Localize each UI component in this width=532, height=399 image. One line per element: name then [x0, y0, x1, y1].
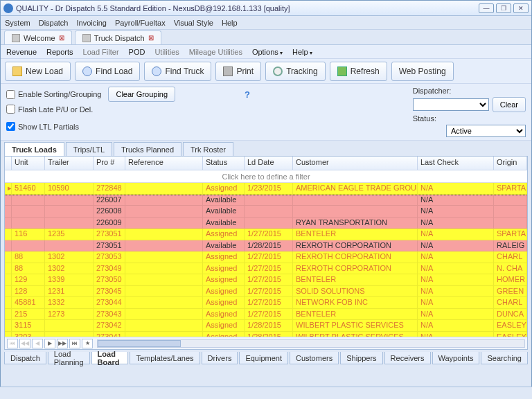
col-unit[interactable]: Unit [12, 157, 45, 170]
nav-last[interactable]: ⏭ [69, 339, 80, 348]
col-pro[interactable]: Pro # [94, 157, 125, 170]
table-row[interactable]: 881302273049Assigned1/27/2015REXROTH COR… [5, 263, 527, 275]
refresh-icon [337, 66, 347, 76]
bottom-tab-customers[interactable]: Customers [290, 352, 339, 364]
tracking-icon [273, 66, 283, 76]
grid-tab-trucks-planned[interactable]: Trucks Planned [114, 142, 181, 156]
nav-bookmark[interactable]: ★ [82, 339, 93, 348]
print-button[interactable]: Print [215, 62, 261, 81]
horizontal-scrollbar[interactable] [97, 339, 525, 348]
submenu-utilities[interactable]: Utilities [154, 48, 179, 56]
new-icon [12, 66, 22, 76]
bottom-tab-waypoints[interactable]: Waypoints [432, 352, 480, 364]
menu-invoicing[interactable]: Invoicing [76, 19, 106, 27]
main-menubar: System Dispatch Invoicing Payroll/Fuelta… [1, 16, 531, 30]
table-row[interactable]: 2151273273043Assigned1/27/2015BENTELERN/… [5, 309, 527, 321]
menu-visual-style[interactable]: Visual Style [174, 19, 213, 27]
loads-grid: Unit Trailer Pro # Reference Status Ld D… [4, 156, 528, 350]
submenu-load-filter[interactable]: Load Filter [83, 48, 119, 56]
help-icon[interactable]: ? [245, 89, 250, 100]
table-row[interactable]: 226007AvailableN/A [5, 195, 527, 206]
col-customer[interactable]: Customer [293, 157, 418, 170]
bottom-tab-equipment[interactable]: Equipment [239, 352, 288, 364]
menu-system[interactable]: System [5, 19, 30, 27]
grid-tab-truck-loads[interactable]: Truck Loads [4, 142, 64, 156]
table-row[interactable]: ▸5146010590272848Assigned1/23/2015AMERIC… [5, 183, 527, 195]
bottom-tab-templates[interactable]: Templates/Lanes [130, 352, 200, 364]
table-row[interactable]: 881302273053Assigned1/27/2015REXROTH COR… [5, 251, 527, 263]
bottom-tab-receivers[interactable]: Receivers [384, 352, 431, 364]
app-icon [3, 3, 13, 13]
nav-prev-page[interactable]: ◀◀ [19, 339, 30, 348]
row-indicator-header[interactable] [5, 157, 12, 170]
scrollbar-thumb[interactable] [98, 340, 181, 347]
window-title: QUALITY - Dr Dispatch 5.5 Standard Editi… [16, 4, 479, 12]
dock-tab-truck-dispatch[interactable]: Truck Dispatch ⊠ [75, 30, 161, 44]
nav-prev[interactable]: ◀ [32, 339, 43, 348]
table-row[interactable]: 1281231273045Assigned1/27/2015SOLID SOLU… [5, 286, 527, 298]
col-reference[interactable]: Reference [125, 157, 203, 170]
maximize-button[interactable]: ❐ [496, 3, 511, 13]
submenu-revenue[interactable]: Revenue [6, 48, 37, 56]
table-row[interactable]: 458811332273044Assigned1/27/2015NETWORK … [5, 297, 527, 309]
submenu-reports[interactable]: Reports [46, 48, 73, 56]
nav-first[interactable]: ⏮ [7, 339, 18, 348]
table-row[interactable]: 273051Available1/28/2015REXROTH CORPORAT… [5, 240, 527, 252]
col-ld-date[interactable]: Ld Date [245, 157, 293, 170]
table-row[interactable]: 3203273041Assigned1/28/2015WILBERT PLAST… [5, 332, 527, 337]
flash-late-checkbox[interactable]: Flash Late P/U or Del. [6, 105, 175, 114]
truck-dispatch-icon [82, 34, 91, 42]
dispatcher-select[interactable] [413, 98, 489, 111]
nav-next-page[interactable]: ▶▶ [57, 339, 68, 348]
nav-next[interactable]: ▶ [44, 339, 55, 348]
find-icon [82, 66, 92, 76]
submenu-pod[interactable]: POD [129, 48, 145, 56]
table-row[interactable]: 1291339273050Assigned1/27/2015BENTELERN/… [5, 274, 527, 286]
find-load-button[interactable]: Find Load [75, 62, 140, 81]
new-load-button[interactable]: New Load [5, 62, 71, 81]
status-select[interactable]: Active [446, 125, 526, 137]
table-row[interactable]: 3115273042Assigned1/28/2015WILBERT PLAST… [5, 320, 527, 332]
bottom-tab-load-board[interactable]: Load Board [91, 352, 129, 364]
clear-dispatcher-button[interactable]: Clear [493, 97, 526, 112]
find-truck-button[interactable]: Find Truck [144, 62, 211, 81]
col-last-check[interactable]: Last Check [418, 157, 494, 170]
bottom-tab-drivers[interactable]: Drivers [202, 352, 238, 364]
submenu-mileage[interactable]: Mileage Utilities [189, 48, 242, 56]
show-ltl-checkbox[interactable]: Show LTL Partials [6, 122, 175, 131]
welcome-icon [12, 34, 20, 42]
bottom-tab-searching[interactable]: Searching [481, 352, 528, 364]
close-icon[interactable]: ⊠ [148, 34, 154, 42]
menu-help[interactable]: Help [222, 19, 238, 27]
filter-row[interactable]: Click here to define a filter [5, 170, 527, 183]
dock-tab-label: Welcome [24, 34, 55, 42]
clear-grouping-button[interactable]: Clear Grouping [108, 87, 175, 102]
grid-tab-trk-roster[interactable]: Trk Roster [183, 142, 233, 156]
tracking-button[interactable]: Tracking [265, 62, 326, 81]
bottom-tab-dispatch[interactable]: Dispatch [4, 352, 46, 364]
minimize-button[interactable]: — [479, 3, 494, 13]
grid-tab-trips-ltl[interactable]: Trips/LTL [66, 142, 112, 156]
col-status[interactable]: Status [203, 157, 245, 170]
table-row[interactable]: 226009AvailableRYAN TRANSPORTATIONN/A [5, 218, 527, 229]
refresh-button[interactable]: Refresh [330, 62, 387, 81]
status-label: Status: [413, 114, 436, 123]
close-icon[interactable]: ⊠ [59, 34, 64, 42]
table-row[interactable]: 1161235273051Assigned1/27/2015BENTELERN/… [5, 229, 527, 240]
table-row[interactable]: 226008AvailableN/A [5, 206, 527, 218]
close-button[interactable]: ✕ [513, 3, 529, 13]
menu-payroll[interactable]: Payroll/Fueltax [115, 19, 166, 27]
submenu-options[interactable]: Options [252, 48, 283, 56]
dispatcher-label: Dispatcher: [413, 87, 452, 95]
col-trailer[interactable]: Trailer [45, 157, 94, 170]
web-posting-button[interactable]: Web Posting [391, 62, 454, 81]
bottom-tab-load-planning[interactable]: Load Planning [48, 352, 90, 364]
menu-dispatch[interactable]: Dispatch [39, 19, 69, 27]
dock-tab-label: Truck Dispatch [94, 34, 145, 42]
sub-menubar: Revenue Reports Load Filter POD Utilitie… [1, 45, 531, 59]
dock-tab-welcome[interactable]: Welcome ⊠ [4, 30, 72, 44]
bottom-tab-shippers[interactable]: Shippers [340, 352, 382, 364]
submenu-help[interactable]: Help [292, 48, 312, 56]
enable-sorting-checkbox[interactable]: Enable Sorting/Grouping [6, 90, 101, 99]
col-origin[interactable]: Origin [494, 157, 527, 170]
